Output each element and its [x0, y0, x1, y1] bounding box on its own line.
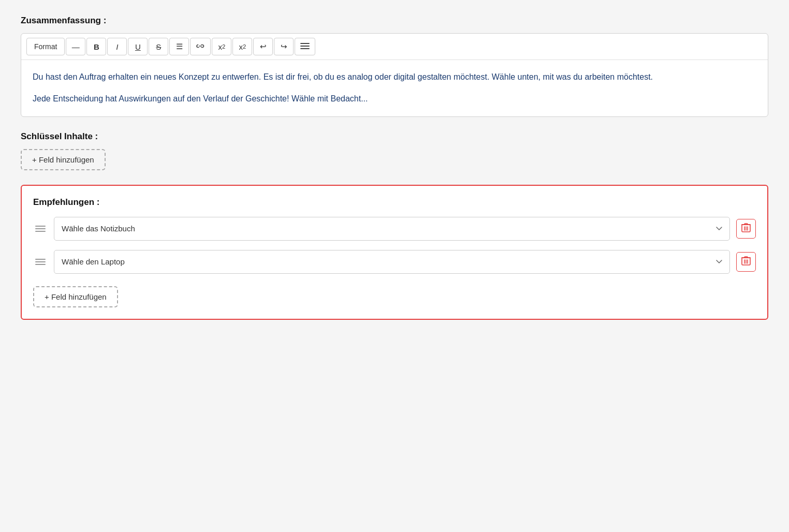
schluessel-add-field-button[interactable]: + Feld hinzufügen [21, 149, 106, 170]
empfehlungen-label: Empfehlungen : [33, 197, 756, 208]
drag-line [35, 228, 46, 229]
toolbar: Format — B I U S ☰ x2 x2 ↩ ↪ [21, 34, 768, 60]
more-options-button[interactable] [295, 38, 315, 55]
drag-line [35, 259, 46, 260]
trash-icon [741, 223, 751, 235]
link-button[interactable] [190, 38, 211, 55]
italic-icon: I [116, 42, 118, 51]
empfehlungen-row-1: Wähle das Notizbuch [33, 217, 756, 241]
list-icon: ☰ [176, 42, 183, 51]
drag-line [35, 231, 46, 232]
link-icon [196, 42, 205, 51]
empfehlungen-row-2: Wähle den Laptop [33, 250, 756, 274]
bold-button[interactable]: B [86, 38, 106, 55]
undo-button[interactable]: ↩ [253, 38, 273, 55]
drag-line [35, 261, 46, 262]
schluessel-label: Schlüssel Inhalte : [21, 131, 768, 142]
empfehlungen-delete-2[interactable] [736, 252, 756, 272]
redo-button[interactable]: ↪ [274, 38, 294, 55]
separator-button[interactable]: — [66, 38, 85, 55]
drag-line [35, 226, 46, 227]
list-button[interactable]: ☰ [169, 38, 189, 55]
superscript-button[interactable]: x2 [212, 38, 231, 55]
format-button[interactable]: Format [26, 38, 65, 55]
underline-button[interactable]: U [128, 38, 148, 55]
strikethrough-button[interactable]: S [149, 38, 168, 55]
empfehlungen-select-1[interactable]: Wähle das Notizbuch [54, 217, 730, 241]
editor-wrapper: Format — B I U S ☰ x2 x2 ↩ ↪ [21, 33, 768, 117]
drag-handle-2[interactable] [33, 257, 48, 267]
empfehlungen-add-field-button[interactable]: + Feld hinzufügen [33, 286, 118, 307]
editor-content[interactable]: Du hast den Auftrag erhalten ein neues K… [21, 60, 768, 116]
trash-icon [741, 256, 751, 268]
subscript-button[interactable]: x2 [232, 38, 252, 55]
strikethrough-icon: S [156, 42, 161, 51]
empfehlungen-select-2[interactable]: Wähle den Laptop [54, 250, 730, 274]
editor-paragraph-1: Du hast den Auftrag erhalten ein neues K… [33, 70, 756, 84]
zusammenfassung-label: Zusammenfassung : [21, 16, 768, 26]
hamburger-icon [300, 42, 310, 51]
schluessel-section: Schlüssel Inhalte : + Feld hinzufügen [21, 131, 768, 170]
empfehlungen-section: Empfehlungen : Wähle das Notizbuch [21, 185, 768, 320]
empfehlungen-delete-1[interactable] [736, 219, 756, 239]
bold-icon: B [94, 42, 99, 51]
drag-line [35, 264, 46, 265]
italic-button[interactable]: I [107, 38, 127, 55]
underline-icon: U [135, 42, 141, 51]
drag-handle-1[interactable] [33, 224, 48, 234]
editor-paragraph-2: Jede Entscheidung hat Auswirkungen auf d… [33, 92, 756, 106]
